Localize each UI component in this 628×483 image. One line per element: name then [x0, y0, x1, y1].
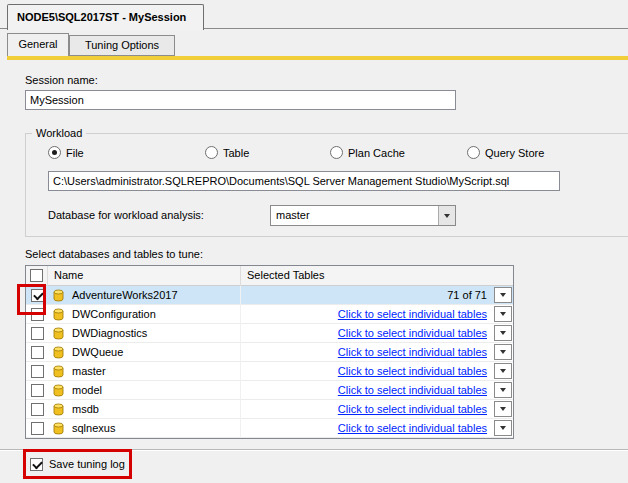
table-row[interactable]: DWConfiguration Click to select individu… [26, 305, 513, 324]
selected-tables-count: 71 of 71 [447, 286, 487, 304]
session-name-label: Session name: [25, 74, 98, 86]
database-name: DWDiagnostics [72, 327, 147, 339]
database-for-analysis-label: Database for workload analysis: [48, 209, 204, 221]
radio-file-label: File [66, 147, 84, 159]
database-name: DWQueue [72, 346, 123, 358]
table-row[interactable]: AdventureWorks2017 71 of 71 [26, 286, 513, 305]
database-icon [52, 289, 65, 302]
database-combobox[interactable]: master [270, 205, 456, 226]
select-all-checkbox[interactable] [30, 269, 43, 282]
table-row[interactable]: model Click to select individual tables [26, 381, 513, 400]
header-checkbox-cell [26, 266, 48, 286]
database-name: model [72, 384, 102, 396]
table-row[interactable]: DWDiagnostics Click to select individual… [26, 324, 513, 343]
row-checkbox[interactable] [31, 422, 44, 435]
radio-file[interactable]: File [48, 145, 84, 160]
tab-accent-bar [7, 56, 628, 60]
database-icon [52, 403, 65, 416]
select-tables-link[interactable]: Click to select individual tables [338, 324, 487, 342]
database-name: msdb [72, 403, 99, 415]
session-name-input[interactable] [25, 90, 456, 110]
select-tables-link[interactable]: Click to select individual tables [338, 381, 487, 399]
row-checkbox[interactable] [31, 346, 44, 359]
table-row[interactable]: sqlnexus Click to select individual tabl… [26, 419, 513, 438]
radio-table-label: Table [223, 147, 249, 159]
chevron-down-icon[interactable] [438, 206, 455, 225]
database-icon [52, 327, 65, 340]
tables-dropdown-button[interactable] [494, 306, 512, 322]
database-icon [52, 384, 65, 397]
table-row[interactable]: DWQueue Click to select individual table… [26, 343, 513, 362]
select-tables-link[interactable]: Click to select individual tables [338, 400, 487, 418]
row-checkbox[interactable] [31, 289, 44, 302]
radio-plan-cache-label: Plan Cache [348, 147, 405, 159]
radio-selected-icon [48, 146, 61, 159]
tables-dropdown-button[interactable] [494, 325, 512, 341]
tuning-advisor-window: NODE5\SQL2017ST - MySession General Tuni… [0, 0, 628, 483]
tab-general-label: General [18, 38, 57, 50]
tables-dropdown-button[interactable] [494, 363, 512, 379]
row-checkbox[interactable] [31, 308, 44, 321]
select-tables-link[interactable]: Click to select individual tables [338, 343, 487, 361]
radio-unselected-icon [467, 146, 480, 159]
select-tables-link[interactable]: Click to select individual tables [338, 362, 487, 380]
radio-unselected-icon [205, 146, 218, 159]
tab-tuning-options-label: Tuning Options [85, 39, 159, 51]
database-icon [52, 422, 65, 435]
tables-dropdown-button[interactable] [494, 420, 512, 436]
radio-query-store[interactable]: Query Store [467, 145, 544, 160]
tables-dropdown-button[interactable] [494, 382, 512, 398]
save-tuning-log-label: Save tuning log [49, 458, 125, 470]
workload-file-input[interactable] [48, 171, 560, 191]
radio-unselected-icon [330, 146, 343, 159]
tables-dropdown-button[interactable] [494, 287, 512, 303]
radio-query-store-label: Query Store [485, 147, 544, 159]
table-row[interactable]: master Click to select individual tables [26, 362, 513, 381]
tab-tuning-options[interactable]: Tuning Options [69, 35, 175, 56]
tables-dropdown-button[interactable] [494, 401, 512, 417]
column-header-name[interactable]: Name [48, 266, 241, 286]
session-document-tab[interactable]: NODE5\SQL2017ST - MySession [7, 4, 204, 30]
tab-general[interactable]: General [7, 33, 69, 56]
radio-table[interactable]: Table [205, 145, 249, 160]
database-name: DWConfiguration [72, 308, 156, 320]
select-tables-link[interactable]: Click to select individual tables [338, 419, 487, 437]
database-name: sqlnexus [72, 422, 115, 434]
row-checkbox[interactable] [31, 403, 44, 416]
row-checkbox[interactable] [31, 384, 44, 397]
databases-table: Name Selected Tables AdventureWorks2017 … [25, 265, 514, 439]
column-header-selected-tables[interactable]: Selected Tables [241, 266, 513, 286]
database-name: AdventureWorks2017 [72, 289, 178, 301]
database-icon [52, 308, 65, 321]
database-combobox-value: master [276, 206, 310, 225]
row-checkbox[interactable] [31, 365, 44, 378]
table-row[interactable]: msdb Click to select individual tables [26, 400, 513, 419]
tables-dropdown-button[interactable] [494, 344, 512, 360]
radio-plan-cache[interactable]: Plan Cache [330, 145, 405, 160]
save-tuning-log-checkbox[interactable]: Save tuning log [30, 456, 125, 472]
row-checkbox[interactable] [31, 327, 44, 340]
checkbox-icon [30, 458, 43, 471]
footer-separator [0, 449, 628, 451]
database-name: master [72, 365, 106, 377]
table-header-row: Name Selected Tables [26, 266, 513, 286]
select-databases-label: Select databases and tables to tune: [25, 248, 203, 260]
workload-group-label: Workload [32, 127, 86, 139]
select-tables-link[interactable]: Click to select individual tables [338, 305, 487, 323]
session-document-tab-label: NODE5\SQL2017ST - MySession [17, 11, 186, 23]
database-icon [52, 346, 65, 359]
database-icon [52, 365, 65, 378]
